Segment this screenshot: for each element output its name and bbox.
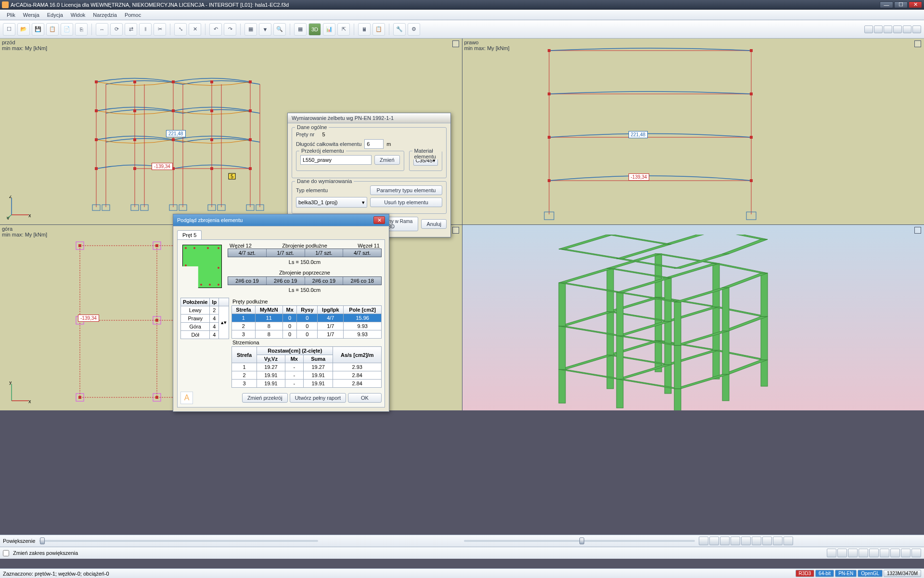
viewport-3d[interactable] [462,225,924,411]
view-icon[interactable] [741,537,751,545]
view-icon[interactable] [837,549,847,557]
3d-icon[interactable]: 3D [308,23,321,36]
close-icon[interactable]: ✕ [373,216,385,224]
cut-icon[interactable]: ✂ [154,23,166,36]
dialog-title[interactable]: Podgląd zbrojenia elementu ✕ [173,214,389,226]
panel-icon-5[interactable] [903,26,911,33]
view-icon[interactable] [827,549,836,557]
length-input[interactable] [364,139,384,149]
ok-button[interactable]: OK [348,393,382,403]
paste-icon[interactable]: 📄 [61,23,73,36]
table-icon[interactable]: ▦ [294,23,307,36]
view-icon[interactable] [752,537,761,545]
open-icon[interactable]: 📂 [17,23,30,36]
expand-icon[interactable] [914,227,921,234]
view-icon[interactable] [848,549,858,557]
options-icon[interactable]: ⚙ [408,23,420,36]
menu-widok[interactable]: Widok [67,12,90,18]
change-button[interactable]: Zmień [374,155,400,165]
minimize-button[interactable]: — [880,1,893,8]
view-icon[interactable] [869,549,879,557]
calc-icon[interactable]: 🖩 [358,23,371,36]
svg-marker-159 [665,235,719,244]
svg-rect-86 [78,396,81,399]
type-combo[interactable]: belka3D_1 (proj)▾ [296,197,367,208]
view-icon[interactable] [720,537,730,545]
menubar: Plik Wersja Edycja Widok Narzędzia Pomoc [0,10,924,20]
view-icon[interactable] [773,537,783,545]
position-table[interactable]: Położenielp Lewy2▴▾ Prawy4 Góra4 Dół4 [180,298,229,339]
full-report-button[interactable]: Utwórz pełny raport [290,393,346,403]
columns-icon[interactable]: ⦀ [139,23,152,36]
menu-edycja[interactable]: Edycja [43,12,67,18]
view-icon[interactable] [911,549,921,557]
panel-icon-1[interactable] [864,26,873,33]
zoom-range-checkbox[interactable] [3,550,9,556]
panel-icon-4[interactable] [893,26,902,33]
view-icon[interactable] [762,537,772,545]
status-pnen[interactable]: PN-EN [835,570,857,577]
panel-icon-6[interactable] [912,26,921,33]
view-icon[interactable] [699,537,708,545]
params-button[interactable]: Parametry typu elementu [370,185,442,195]
close-button[interactable]: ✕ [909,1,922,8]
svg-marker-131 [713,307,768,316]
reinf-long: 4/7 szt.1/7 szt.1/7 szt.4/7 szt. [228,249,382,257]
zoom-slider-right[interactable] [464,540,695,542]
delete-icon[interactable]: ✕ [189,23,201,36]
view-icon[interactable] [859,549,868,557]
expand-icon[interactable] [914,40,921,47]
view-icon[interactable] [731,537,740,545]
long-reinf-table[interactable]: StrefaMyMzNMxRysylpg/lpkPole [cm2] 11100… [231,305,382,339]
menu-plik[interactable]: Plik [3,12,19,18]
menu-pomoc[interactable]: Pomoc [121,12,145,18]
chart-icon[interactable]: 📊 [323,23,335,36]
redo-icon[interactable]: ↷ [224,23,236,36]
view-icon[interactable] [901,549,911,557]
view-icon[interactable] [709,537,719,545]
filter-icon[interactable]: ▼ [259,23,271,36]
move-icon[interactable]: ↔ [96,23,108,36]
maximize-button[interactable]: ☐ [894,1,908,8]
copy-icon[interactable]: 📋 [46,23,59,36]
panel-icon-2[interactable] [874,26,883,33]
cross-section [182,245,222,288]
dialog-title[interactable]: Wymiarowanie żelbetu wg PN-EN 1992-1-1 [288,113,450,123]
svg-marker-126 [616,321,671,336]
section-input[interactable] [300,155,372,165]
stirrup-table[interactable]: StrefaRozstaw[cm] (2-cięte)As/s [cm2]/m … [231,346,382,388]
zoom-slider-left[interactable] [39,540,318,542]
svg-marker-160 [722,239,768,254]
status-r3d3[interactable]: R3D3 [796,570,815,577]
cancel-button[interactable]: Anuluj [421,219,447,229]
view-icon[interactable] [890,549,900,557]
expand-icon[interactable] [452,227,459,234]
change-section-button[interactable]: Zmień przekrój [242,393,288,403]
view-icon[interactable] [880,549,889,557]
dimension-icon[interactable]: ⤡ [174,23,187,36]
svg-marker-155 [559,235,614,249]
menu-wersja[interactable]: Wersja [19,12,43,18]
export-icon[interactable]: ⇱ [337,23,350,36]
settings-icon[interactable]: 🔧 [393,23,406,36]
status-64bit[interactable]: 64-bit [815,570,834,577]
panel-icon-3[interactable] [884,26,892,33]
insert-icon[interactable]: ⎘ [75,23,88,36]
delete-type-button[interactable]: Usuń typ elementu [370,197,442,207]
undo-icon[interactable]: ↶ [209,23,222,36]
view-icon[interactable] [783,537,793,545]
grid-icon[interactable]: ▦ [244,23,257,36]
menu-narzedzia[interactable]: Narzędzia [89,12,121,18]
expand-icon[interactable] [452,40,459,47]
new-icon[interactable]: ☐ [3,23,15,36]
search-icon[interactable]: 🔍 [273,23,286,36]
status-opengl[interactable]: OpenGL [858,570,883,577]
svg-marker-153 [559,249,623,259]
viewport-right[interactable]: prawo min max: My [kNm] 221,48 -139,34 [462,39,924,224]
tab-pret[interactable]: Pręt 5 [177,230,202,239]
report-icon[interactable]: 📋 [372,23,385,36]
save-icon[interactable]: 💾 [32,23,44,36]
svg-rect-113 [559,326,565,369]
rotate-icon[interactable]: ⟳ [110,23,123,36]
mirror-icon[interactable]: ⇄ [125,23,137,36]
